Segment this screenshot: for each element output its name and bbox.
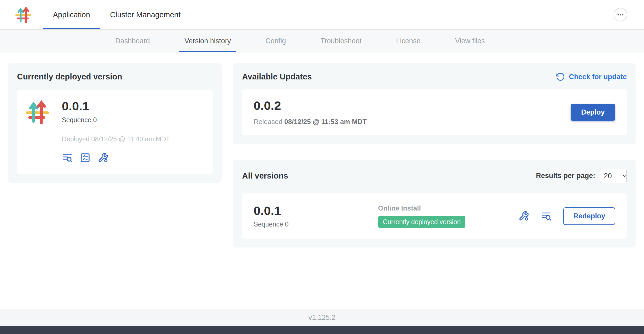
version-row-status: Online Install Currently deployed versio…: [378, 204, 518, 228]
footer: v1.125.2: [0, 309, 644, 326]
currently-deployed-title: Currently deployed version: [17, 72, 213, 82]
edit-config-icon[interactable]: [518, 211, 529, 222]
main-content: Currently deployed version 0.0.1 Sequenc…: [0, 52, 644, 247]
top-tab-application-label: Application: [53, 10, 90, 19]
edit-config-icon[interactable]: [97, 152, 108, 163]
deployed-version-number: 0.0.1: [62, 99, 170, 113]
available-update-row: 0.0.2 Released 08/12/25 @ 11:53 am MDT D…: [242, 89, 627, 135]
sub-tab-config-label: Config: [265, 37, 286, 45]
right-column: Available Updates Check for update 0.0.2…: [233, 63, 636, 247]
update-released-line: Released 08/12/25 @ 11:53 am MDT: [254, 118, 367, 126]
deploy-button[interactable]: Deploy: [571, 104, 615, 121]
more-options-button[interactable]: [614, 8, 627, 21]
install-type-label: Online Install: [378, 204, 518, 212]
top-tab-cluster-management-label: Cluster Management: [110, 10, 181, 19]
deployed-actions: [62, 152, 170, 163]
all-versions-header: All versions Results per page: 20: [242, 169, 627, 183]
results-per-page-label: Results per page:: [536, 172, 595, 180]
top-tabs: Application Cluster Management: [43, 0, 190, 29]
currently-deployed-version-card: 0.0.1 Sequence 0 Deployed 08/12/25 @ 11:…: [17, 90, 213, 174]
app-logo: [25, 99, 50, 163]
sub-tab-license-label: License: [396, 37, 421, 45]
all-versions-card: All versions Results per page: 20 0.0.1 …: [233, 160, 636, 248]
sub-tab-view-files-label: View files: [455, 37, 485, 45]
results-per-page-select[interactable]: 20: [600, 169, 627, 183]
sub-tab-config[interactable]: Config: [260, 30, 291, 52]
app-logo-icon: [25, 99, 50, 125]
app-sub-nav: Dashboard Version history Config Trouble…: [0, 30, 644, 52]
sub-tab-view-files[interactable]: View files: [450, 30, 490, 52]
sub-tab-troubleshoot[interactable]: Troubleshoot: [315, 30, 367, 52]
update-version-number: 0.0.2: [254, 99, 367, 112]
version-row-sequence: Sequence 0: [254, 220, 378, 228]
available-updates-header: Available Updates Check for update: [242, 72, 627, 82]
deployed-timestamp: Deployed 08/12/25 @ 11:40 am MDT: [62, 135, 170, 143]
app-logo-icon: [15, 6, 32, 23]
version-row-actions: Redeploy: [518, 207, 615, 225]
released-date: 08/12/25 @ 11:53 am MDT: [284, 118, 367, 126]
all-versions-title: All versions: [242, 171, 288, 181]
app-logo: [15, 0, 32, 29]
deployed-version-info: 0.0.1 Sequence 0 Deployed 08/12/25 @ 11:…: [62, 99, 170, 163]
update-info: 0.0.2 Released 08/12/25 @ 11:53 am MDT: [254, 99, 367, 126]
top-tab-application[interactable]: Application: [43, 0, 100, 29]
sub-tab-version-history-label: Version history: [184, 37, 231, 45]
check-for-update-link[interactable]: Check for update: [556, 72, 627, 82]
version-row: 0.0.1 Sequence 0 Online Install Currentl…: [242, 193, 627, 239]
currently-deployed-badge: Currently deployed version: [378, 216, 465, 228]
version-row-info: 0.0.1 Sequence 0: [254, 204, 378, 228]
available-updates-card: Available Updates Check for update 0.0.2…: [233, 63, 636, 144]
version-row-number: 0.0.1: [254, 204, 378, 218]
currently-deployed-card: Currently deployed version 0.0.1 Sequenc…: [8, 63, 222, 183]
console-version: v1.125.2: [308, 314, 336, 322]
bottom-bar: [0, 326, 644, 334]
top-bar: Application Cluster Management: [0, 0, 644, 30]
check-for-update-label: Check for update: [569, 73, 627, 81]
released-prefix: Released: [254, 118, 284, 126]
sub-tab-dashboard-label: Dashboard: [115, 37, 150, 45]
deployed-sequence: Sequence 0: [62, 116, 170, 124]
release-notes-icon[interactable]: [541, 211, 552, 222]
results-per-page: Results per page: 20: [536, 169, 627, 183]
top-tab-cluster-management[interactable]: Cluster Management: [100, 0, 190, 29]
preflight-checks-icon[interactable]: [80, 152, 91, 163]
available-updates-title: Available Updates: [242, 72, 312, 82]
redeploy-button[interactable]: Redeploy: [563, 207, 615, 225]
sub-tab-version-history[interactable]: Version history: [179, 30, 236, 52]
release-notes-icon[interactable]: [62, 152, 73, 163]
ellipsis-icon: [616, 10, 625, 19]
sub-tab-troubleshoot-label: Troubleshoot: [320, 37, 362, 45]
sub-tab-dashboard[interactable]: Dashboard: [110, 30, 155, 52]
sub-tab-license[interactable]: License: [391, 30, 426, 52]
refresh-icon: [556, 72, 565, 82]
